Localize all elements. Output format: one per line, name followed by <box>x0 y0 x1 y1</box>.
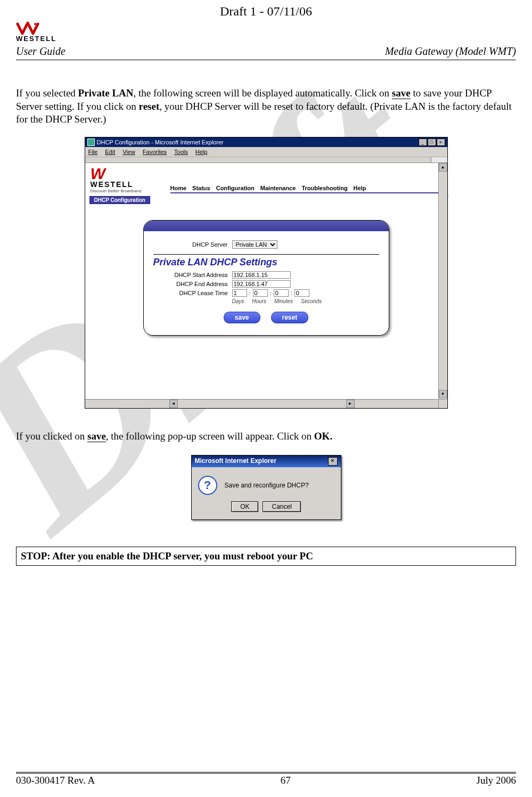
svg-point-0 <box>34 23 36 25</box>
nav-status[interactable]: Status <box>192 185 210 191</box>
vertical-scrollbar[interactable]: ▲ ▼ <box>438 163 447 398</box>
window-title: DHCP Configuration - Microsoft Internet … <box>97 139 224 145</box>
breadcrumb-label[interactable]: DHCP Configuration <box>89 196 150 204</box>
menu-help[interactable]: Help <box>195 149 208 155</box>
dhcp-panel: DHCP Server Private LAN Private LAN DHCP… <box>143 220 389 336</box>
close-icon[interactable]: × <box>437 139 445 146</box>
minutes-input[interactable] <box>274 289 289 297</box>
p1-pre: If you selected <box>16 87 78 99</box>
reset-button[interactable]: reset <box>271 312 309 323</box>
menu-view[interactable]: View <box>122 149 135 155</box>
resize-corner <box>438 399 447 408</box>
hours-input[interactable] <box>253 289 268 297</box>
nav-configuration[interactable]: Configuration <box>216 185 255 191</box>
confirm-dialog: Microsoft Internet Explorer × ? Save and… <box>191 455 341 520</box>
p2-b2: OK. <box>314 430 332 442</box>
start-address-input[interactable] <box>232 271 291 279</box>
p1-m1: , the following screen will be displayed… <box>134 87 392 99</box>
start-address-label: DHCP Start Address <box>153 272 232 278</box>
dhcp-server-label: DHCP Server <box>153 241 232 248</box>
nav-troubleshooting[interactable]: Troubleshooting <box>301 185 347 191</box>
breadcrumb: DHCP Configuration <box>89 194 447 204</box>
ie-titlebar: DHCP Configuration - Microsoft Internet … <box>85 137 447 147</box>
p1-b3: reset <box>139 101 160 112</box>
section-title: Private LAN DHCP Settings <box>153 254 379 268</box>
browser-screenshot: DHCP Configuration - Microsoft Internet … <box>85 137 448 409</box>
footer-right: July 2006 <box>477 775 516 786</box>
ie-menubar: File Edit View Favorites Tools Help <box>85 147 447 157</box>
save-button[interactable]: save <box>224 312 260 323</box>
days-input[interactable] <box>232 289 247 297</box>
end-address-label: DHCP End Address <box>153 281 232 287</box>
menu-file[interactable]: File <box>88 149 98 155</box>
footer-left: 030-300417 Rev. A <box>16 775 95 786</box>
ie-icon <box>87 139 95 146</box>
nav-help[interactable]: Help <box>354 185 366 191</box>
p2-mid: , the following pop-up screen will appea… <box>106 430 314 442</box>
dhcp-server-select[interactable]: Private LAN <box>232 240 277 249</box>
paragraph-2: If you clicked on save, the following po… <box>16 430 516 443</box>
page-footer: 030-300417 Rev. A 67 July 2006 <box>16 773 516 786</box>
nav-home[interactable]: Home <box>170 185 187 191</box>
days-l: Days <box>232 298 244 304</box>
p2-pre: If you clicked on <box>16 430 87 442</box>
horizontal-scrollbar[interactable]: ◄► <box>85 399 439 408</box>
nav-row: Home Status Configuration Maintenance Tr… <box>170 185 442 193</box>
stop-notice: STOP: After you enable the DHCP server, … <box>16 547 516 566</box>
maximize-icon[interactable]: □ <box>428 139 436 146</box>
model-label: Media Gateway (Model WMT) <box>385 45 516 58</box>
question-icon: ? <box>198 476 217 495</box>
p1-b1: Private LAN <box>78 87 134 99</box>
nav-maintenance[interactable]: Maintenance <box>260 185 296 191</box>
dialog-message: Save and reconfigure DHCP? <box>225 482 309 489</box>
hours-l: Hours <box>252 298 266 304</box>
svg-text:WESTELL: WESTELL <box>16 35 56 42</box>
page-body: W WESTELL Discover Better Broadband Home… <box>85 163 447 408</box>
menu-favorites[interactable]: Favorites <box>143 149 167 155</box>
ie-toolbar-edge <box>85 157 447 163</box>
paragraph-1: If you selected Private LAN, the followi… <box>16 87 516 126</box>
minimize-icon[interactable]: _ <box>419 139 427 146</box>
minutes-l: Minutes <box>274 298 293 304</box>
seconds-input[interactable] <box>294 289 309 297</box>
draft-header: Draft 1 - 07/11/06 <box>16 0 516 19</box>
menu-tools[interactable]: Tools <box>174 149 188 155</box>
p1-b2: save <box>392 87 411 99</box>
footer-center: 67 <box>281 775 291 786</box>
dialog-title: Microsoft Internet Explorer <box>195 457 276 466</box>
p2-b1: save <box>87 430 106 442</box>
cancel-button[interactable]: Cancel <box>263 501 300 512</box>
seconds-l: Seconds <box>301 298 322 304</box>
westell-logo: WESTELL <box>16 21 80 44</box>
lease-time-label: DHCP Lease Time <box>153 290 232 296</box>
ok-button[interactable]: OK <box>231 501 258 512</box>
dialog-close-icon[interactable]: × <box>328 457 338 466</box>
end-address-input[interactable] <box>232 280 291 288</box>
router-logo: W WESTELL Discover Better Broadband <box>91 167 160 193</box>
menu-edit[interactable]: Edit <box>105 149 115 155</box>
user-guide-label: User Guide <box>16 45 66 58</box>
